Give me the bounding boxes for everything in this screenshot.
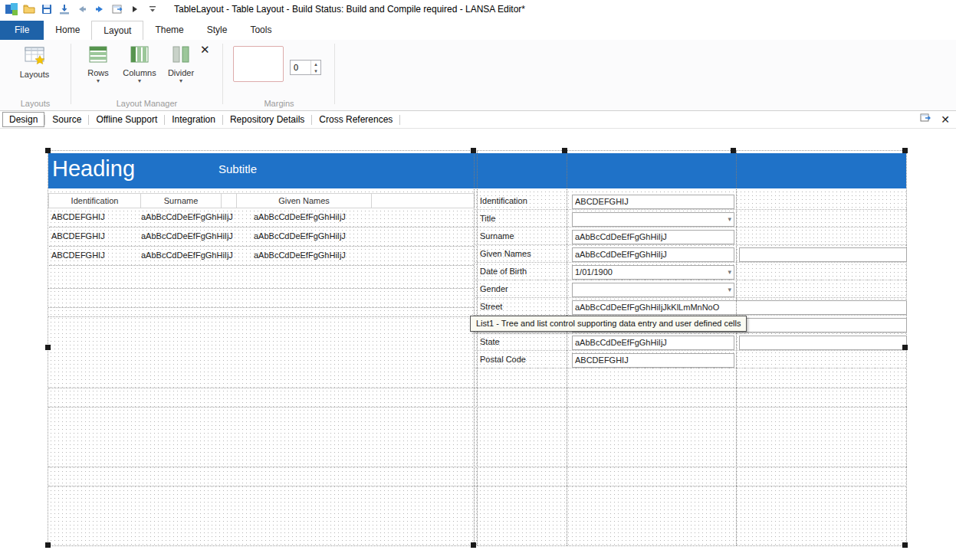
doc-tab-cross-references[interactable]: Cross References xyxy=(312,112,399,127)
window-title: TableLayout - Table Layout - Build Statu… xyxy=(174,4,525,15)
chevron-down-icon[interactable]: ▾ xyxy=(724,213,731,226)
design-surface: Heading Subtitle Identification Surname … xyxy=(0,129,956,560)
selection-handle[interactable] xyxy=(471,148,476,153)
layouts-button[interactable]: Layouts xyxy=(11,44,58,79)
margins-spinner[interactable]: 0 ▴ ▾ xyxy=(290,60,321,75)
list-header-surname[interactable]: Surname xyxy=(140,193,222,208)
open-folder-icon[interactable] xyxy=(22,3,35,16)
table-layout-canvas[interactable]: Heading Subtitle Identification Surname … xyxy=(48,150,907,546)
divider-dropdown-icon[interactable]: ▾ xyxy=(179,79,182,84)
ribbon-tab-bar: File Home Layout Theme Style Tools xyxy=(0,18,956,40)
row-guide-line xyxy=(48,288,474,289)
tab-file[interactable]: File xyxy=(0,21,44,40)
list-row[interactable]: ABCDEFGHIJ aAbBcCdDeEfFgGhHiIjJ aAbBcCdD… xyxy=(49,228,474,247)
selection-handle[interactable] xyxy=(902,148,908,153)
columns-button-label: Columns xyxy=(123,68,156,77)
run-icon[interactable] xyxy=(128,3,141,16)
spinner-down-icon[interactable]: ▾ xyxy=(311,67,320,74)
chevron-down-icon[interactable]: ▾ xyxy=(724,283,731,296)
list-header-identification[interactable]: Identification xyxy=(48,193,141,208)
selection-handle[interactable] xyxy=(902,345,908,350)
tab-theme[interactable]: Theme xyxy=(143,21,195,40)
extra-field[interactable] xyxy=(739,336,907,350)
layouts-group-caption: Layouts xyxy=(0,99,71,108)
columns-button[interactable]: Columns ▾ xyxy=(120,44,159,84)
group-separator xyxy=(222,44,223,104)
selection-handle[interactable] xyxy=(45,542,51,548)
new-window-icon[interactable] xyxy=(110,3,123,16)
undo-icon[interactable] xyxy=(75,3,88,16)
group-separator xyxy=(334,44,335,104)
tab-home[interactable]: Home xyxy=(44,21,91,40)
doc-tab-repository-details[interactable]: Repository Details xyxy=(223,112,311,127)
list-header-given-names[interactable]: Given Names xyxy=(236,193,372,208)
street-field[interactable]: aAbBcCdDeEfFgGhHiIjJkKlLmMnNoO xyxy=(572,300,907,315)
rows-icon xyxy=(87,44,109,67)
row-guide-line xyxy=(48,407,907,408)
rows-dropdown-icon[interactable]: ▾ xyxy=(97,79,100,84)
layout-manager-group-caption: Layout Manager xyxy=(73,99,221,108)
form-label-street[interactable]: Street xyxy=(480,300,566,314)
redo-icon[interactable] xyxy=(93,3,106,16)
tab-tools[interactable]: Tools xyxy=(238,21,283,40)
surname-field[interactable]: aAbBcCdDeEfFgGhHiIjJ xyxy=(572,230,734,244)
given-names-field[interactable]: aAbBcCdDeEfFgGhHiIjJ xyxy=(572,247,734,262)
extra-field[interactable] xyxy=(739,247,907,262)
layouts-icon xyxy=(23,44,46,68)
save-icon[interactable] xyxy=(40,3,53,16)
rows-button[interactable]: Rows ▾ xyxy=(81,44,115,84)
form-label-date-of-birth[interactable]: Date of Birth xyxy=(480,265,566,279)
close-tab-icon[interactable]: ✕ xyxy=(941,113,950,126)
form-label-surname[interactable]: Surname xyxy=(480,230,566,244)
remove-divider-icon[interactable]: ✕ xyxy=(200,44,210,55)
spinner-up-icon[interactable]: ▴ xyxy=(311,61,320,67)
title-combo[interactable]: ▾ xyxy=(572,212,734,227)
row-guide-line xyxy=(48,316,474,317)
subtitle-label[interactable]: Subtitle xyxy=(218,162,257,175)
identification-field[interactable]: ABCDEFGHIJ xyxy=(572,195,734,209)
chevron-down-icon[interactable]: ▾ xyxy=(724,266,731,279)
row-guide-line xyxy=(48,388,907,388)
columns-dropdown-icon[interactable]: ▾ xyxy=(138,79,141,84)
list-row[interactable]: ABCDEFGHIJ aAbBcCdDeEfFgGhHiIjJ aAbBcCdD… xyxy=(49,208,474,228)
doc-tab-design[interactable]: Design xyxy=(2,112,44,127)
form-label-title[interactable]: Title xyxy=(480,212,566,226)
row-guide-line xyxy=(48,307,474,308)
state-field[interactable]: aAbBcCdDeEfFgGhHiIjJ xyxy=(572,336,734,350)
selection-handle[interactable] xyxy=(45,345,51,350)
form-label-given-names[interactable]: Given Names xyxy=(480,247,566,261)
selection-handle[interactable] xyxy=(45,148,51,153)
form-label-identification[interactable]: Identification xyxy=(480,195,566,208)
more-commands-icon[interactable] xyxy=(146,3,159,16)
form-label-gender[interactable]: Gender xyxy=(480,283,566,296)
date-of-birth-combo[interactable]: 1/01/1900 ▾ xyxy=(572,265,734,280)
list-header-blank[interactable] xyxy=(221,193,237,208)
float-window-icon[interactable] xyxy=(920,113,931,126)
margins-spinner-value[interactable]: 0 xyxy=(291,61,310,74)
divider-button[interactable]: Divider ▾ xyxy=(163,44,199,84)
list-row[interactable]: ABCDEFGHIJ aAbBcCdDeEfFgGhHiIjJ aAbBcCdD… xyxy=(49,247,474,266)
list-header-blank[interactable] xyxy=(371,193,475,208)
gender-combo[interactable]: ▾ xyxy=(572,283,734,297)
selection-handle[interactable] xyxy=(902,542,908,548)
heading-label[interactable]: Heading xyxy=(52,156,135,182)
doc-tab-integration[interactable]: Integration xyxy=(165,112,222,127)
group-separator xyxy=(71,44,71,104)
list-header-row: Identification Surname Given Names xyxy=(48,193,475,208)
postal-code-field[interactable]: ABCDEFGHIJ xyxy=(572,353,734,368)
import-icon[interactable] xyxy=(57,3,71,16)
selection-handle[interactable] xyxy=(471,542,476,548)
doc-tab-source[interactable]: Source xyxy=(45,112,88,127)
tab-style[interactable]: Style xyxy=(195,21,239,40)
tab-layout[interactable]: Layout xyxy=(91,21,143,40)
column-divider-line xyxy=(477,151,478,545)
form-label-state[interactable]: State xyxy=(480,336,566,349)
column-divider-line xyxy=(736,151,737,545)
form-label-postal-code[interactable]: Postal Code xyxy=(480,353,566,367)
doc-tab-offline-support[interactable]: Offline Support xyxy=(89,112,164,127)
rows-button-label: Rows xyxy=(87,68,109,77)
selection-handle[interactable] xyxy=(562,148,567,153)
lansa-logo-icon xyxy=(5,3,18,16)
selection-handle[interactable] xyxy=(731,148,736,153)
row-guide-line xyxy=(48,486,907,486)
